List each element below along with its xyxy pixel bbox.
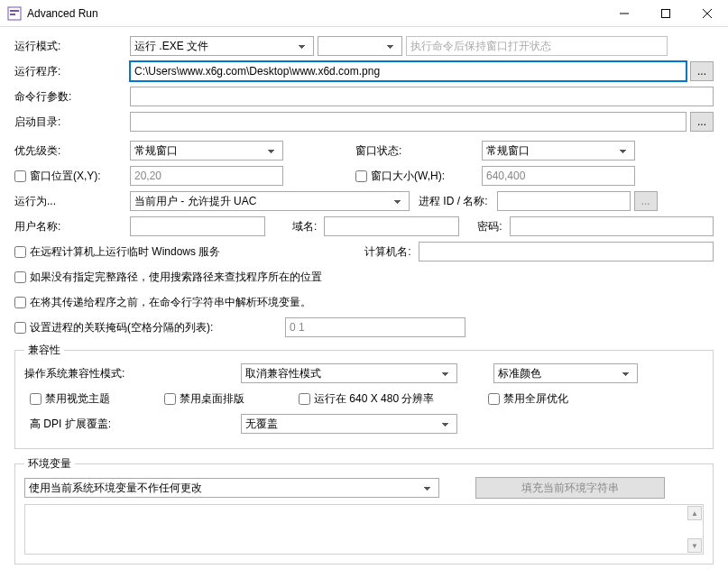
compatibility-legend: 兼容性 — [24, 343, 64, 358]
cmd-params-label: 命令行参数: — [14, 89, 130, 105]
scroll-up-icon[interactable]: ▲ — [687, 506, 702, 520]
titlebar: Advanced Run — [0, 0, 728, 27]
color-mode-select[interactable]: 标准颜色 — [493, 363, 638, 383]
remote-service-checkbox[interactable]: 在远程计算机上运行临时 Windows 服务 — [14, 244, 220, 260]
close-button[interactable] — [687, 0, 728, 27]
run-mode-select[interactable]: 运行 .EXE 文件 — [130, 36, 314, 56]
run-640x480-checkbox[interactable]: 运行在 640 X 480 分辨率 — [299, 391, 434, 407]
window-title: Advanced Run — [27, 7, 604, 20]
run-program-input[interactable] — [130, 61, 687, 81]
affinity-input — [285, 317, 465, 337]
minimize-button[interactable] — [604, 0, 645, 27]
svg-rect-1 — [10, 10, 19, 12]
password-input — [510, 216, 714, 236]
disable-fullscreen-checkbox[interactable]: 禁用全屏优化 — [488, 391, 568, 407]
svg-rect-4 — [662, 9, 670, 17]
username-label: 用户名称: — [14, 219, 130, 234]
run-as-label: 运行为... — [14, 194, 130, 209]
priority-select[interactable]: 常规窗口 — [130, 141, 283, 161]
env-vars-group: 环境变量 使用当前系统环境变量不作任何更改 填充当前环境字符串 ▲ ▼ — [14, 456, 714, 564]
username-input — [130, 216, 265, 236]
env-textarea[interactable]: ▲ ▼ — [24, 504, 704, 555]
process-browse-button: ... — [634, 191, 658, 211]
app-icon — [7, 6, 22, 21]
process-id-label: 进程 ID / 名称: — [419, 194, 488, 209]
compatibility-group: 兼容性 操作系统兼容性模式: 取消兼容性模式 标准颜色 禁用视觉主题 禁用桌面排… — [14, 343, 714, 449]
window-size-input — [482, 166, 635, 186]
start-dir-input[interactable] — [130, 112, 687, 132]
browse-dir-button[interactable]: ... — [690, 112, 714, 132]
button-bar: 关于 载入配置 保存配置 添加资源管理器菜单 运行 关闭 — [0, 572, 728, 578]
run-mode-label: 运行模式: — [14, 39, 130, 54]
svg-rect-2 — [10, 14, 15, 15]
env-vars-legend: 环境变量 — [24, 456, 75, 472]
fill-env-button: 填充当前环境字符串 — [475, 477, 665, 499]
dpi-override-label: 高 DPI 扩展覆盖: — [24, 417, 241, 432]
search-path-checkbox[interactable]: 如果没有指定完整路径，使用搜索路径来查找程序所在的位置 — [14, 270, 322, 285]
run-as-select[interactable]: 当前用户 - 允许提升 UAC — [130, 191, 410, 211]
browse-program-button[interactable]: ... — [690, 61, 714, 81]
password-label: 密码: — [477, 219, 502, 234]
disable-desktop-checkbox[interactable]: 禁用桌面排版 — [164, 391, 244, 407]
window-size-checkbox[interactable]: 窗口大小(W,H): — [355, 169, 482, 184]
post-exec-select: 执行命令后保持窗口打开状态 — [406, 36, 668, 56]
domain-input — [324, 216, 459, 236]
window-state-select[interactable]: 常规窗口 — [482, 141, 635, 161]
window-pos-checkbox[interactable]: 窗口位置(X,Y): — [14, 169, 130, 184]
computer-name-input — [419, 242, 714, 261]
window-state-label: 窗口状态: — [355, 143, 482, 159]
secondary-select[interactable] — [318, 36, 402, 56]
parse-env-checkbox[interactable]: 在将其传递给程序之前，在命令行字符串中解析环境变量。 — [14, 295, 311, 310]
dpi-override-select[interactable]: 无覆盖 — [241, 414, 457, 434]
domain-label: 域名: — [292, 219, 317, 234]
os-compat-select[interactable]: 取消兼容性模式 — [241, 363, 457, 383]
window-pos-input — [130, 166, 283, 186]
affinity-checkbox[interactable]: 设置进程的关联掩码(空格分隔的列表): — [14, 320, 285, 335]
scroll-down-icon[interactable]: ▼ — [687, 538, 702, 553]
os-compat-label: 操作系统兼容性模式: — [24, 366, 241, 381]
maximize-button[interactable] — [645, 0, 687, 27]
env-mode-select[interactable]: 使用当前系统环境变量不作任何更改 — [24, 478, 439, 498]
cmd-params-input[interactable] — [130, 87, 714, 106]
priority-label: 优先级类: — [14, 143, 130, 159]
process-id-input — [497, 191, 631, 211]
start-dir-label: 启动目录: — [14, 115, 130, 130]
disable-visual-checkbox[interactable]: 禁用视觉主题 — [30, 391, 110, 407]
run-program-label: 运行程序: — [14, 64, 130, 79]
computer-name-label: 计算机名: — [364, 244, 410, 260]
